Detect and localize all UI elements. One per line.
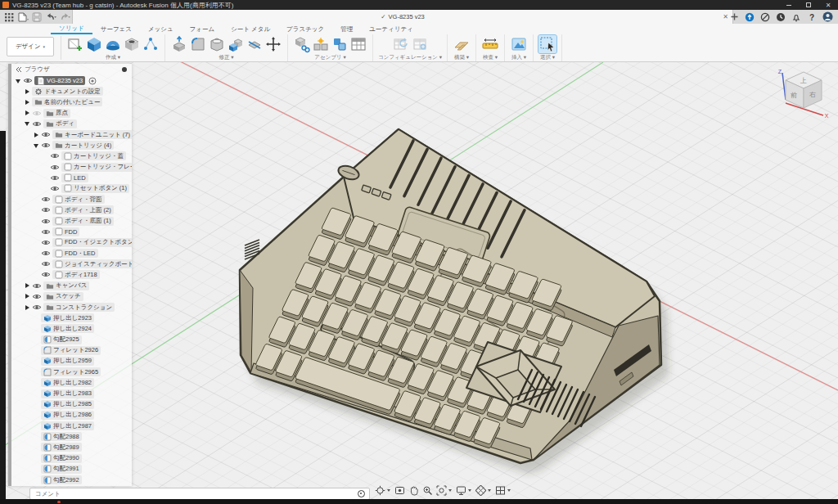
- tree-item[interactable]: ボディ1718: [11, 269, 132, 280]
- visibility-eye-icon[interactable]: [23, 77, 33, 84]
- collapse-caret-icon[interactable]: [33, 142, 39, 149]
- tree-item-label[interactable]: 押し出し2987: [41, 421, 94, 430]
- document-tab[interactable]: ✓ VG-8235 v23 ✕: [72, 10, 733, 24]
- tree-item-label[interactable]: 勾配2990: [41, 454, 82, 463]
- visibility-eye-icon[interactable]: [32, 110, 42, 117]
- ribbon-tab-ソリッド[interactable]: ソリッド: [51, 24, 92, 34]
- tree-item-label[interactable]: リセットボタン (1): [61, 184, 129, 193]
- tree-item[interactable]: 押し出し2983: [11, 388, 132, 398]
- collapse-caret-icon[interactable]: [15, 78, 21, 84]
- tree-item[interactable]: キャンバス: [11, 281, 132, 291]
- new-component-button[interactable]: [293, 35, 311, 53]
- tree-item-label[interactable]: 勾配2925: [41, 335, 82, 344]
- tree-item-label[interactable]: フィレット2926: [41, 346, 101, 355]
- tree-item-label[interactable]: 勾配2992: [41, 475, 82, 484]
- tree-item-label[interactable]: 勾配2989: [41, 443, 82, 452]
- visibility-eye-icon[interactable]: [32, 120, 42, 128]
- tree-item[interactable]: ジョイスティックポート: [11, 259, 132, 269]
- notification-bell-icon[interactable]: [791, 12, 801, 22]
- tree-item-label[interactable]: カートリッジ・フレーム: [61, 163, 132, 172]
- ribbon-tab-プラスチック[interactable]: プラスチック: [278, 24, 332, 34]
- ribbon-tab-シート メタル[interactable]: シート メタル: [223, 24, 278, 34]
- tree-item[interactable]: 勾配2993: [11, 485, 132, 486]
- tree-item[interactable]: スケッチ: [11, 291, 132, 302]
- visibility-eye-icon[interactable]: [41, 206, 51, 214]
- tree-item[interactable]: キーボードユニット (7): [11, 129, 132, 140]
- tree-item[interactable]: FDD: [11, 227, 132, 237]
- ribbon-tab-サーフェス[interactable]: サーフェス: [92, 24, 140, 34]
- comment-target-icon[interactable]: [358, 490, 365, 497]
- tree-item[interactable]: 原点: [11, 108, 132, 119]
- group-label[interactable]: 選択 ▾: [540, 54, 555, 61]
- viewports-button[interactable]: [495, 485, 511, 496]
- tree-item-label[interactable]: ボディ・背面: [52, 195, 105, 204]
- tree-item-label[interactable]: 押し出し2985: [41, 400, 94, 409]
- tree-item[interactable]: LED: [11, 173, 132, 183]
- construct-plane-button[interactable]: [453, 35, 471, 53]
- tree-item[interactable]: FDD・LED: [11, 248, 132, 259]
- split-button[interactable]: [246, 35, 264, 53]
- tree-item-label[interactable]: 押し出し2924: [41, 324, 94, 333]
- tree-item[interactable]: リセットボタン (1): [11, 183, 132, 194]
- tree-item[interactable]: 勾配2990: [11, 453, 132, 464]
- profile-avatar-icon[interactable]: [822, 11, 833, 22]
- tree-item[interactable]: 勾配2992: [11, 475, 132, 485]
- config-table-button[interactable]: [392, 35, 410, 53]
- tree-item[interactable]: 押し出し2982: [11, 377, 132, 388]
- undo-icon[interactable]: [45, 11, 56, 23]
- tree-item-label[interactable]: ボディ・底面 (1): [52, 217, 114, 226]
- ribbon-tab-メッシュ[interactable]: メッシュ: [140, 24, 182, 34]
- document-tab-close-icon[interactable]: ✕: [723, 10, 728, 24]
- tree-item-label[interactable]: ボディ: [43, 119, 77, 128]
- tree-item-label[interactable]: 名前の付いたビュー: [32, 97, 102, 106]
- tree-item-label[interactable]: スケッチ: [43, 292, 83, 301]
- visibility-eye-icon[interactable]: [41, 239, 51, 246]
- look-at-button[interactable]: [394, 485, 405, 496]
- joint-button[interactable]: [312, 35, 330, 53]
- tree-item[interactable]: 押し出し2985: [11, 399, 132, 410]
- view-cube[interactable]: 上 前 右 Z X: [774, 67, 833, 121]
- visibility-eye-icon[interactable]: [50, 174, 60, 182]
- move-button[interactable]: [264, 35, 282, 53]
- tree-item[interactable]: 勾配2988: [11, 431, 132, 442]
- tree-item[interactable]: 押し出し2987: [11, 421, 132, 431]
- new-tab-plus-icon[interactable]: [730, 12, 739, 21]
- tree-item-label[interactable]: 勾配2988: [41, 432, 82, 441]
- shell-button[interactable]: [208, 35, 226, 53]
- panel-options-icon[interactable]: [121, 66, 128, 73]
- tree-item-label[interactable]: 勾配2991: [41, 465, 82, 474]
- group-label[interactable]: 作成 ▾: [106, 54, 120, 61]
- tree-item-label[interactable]: LED: [61, 173, 88, 182]
- group-label[interactable]: 検査 ▾: [483, 54, 498, 61]
- fillet-button[interactable]: [189, 35, 207, 53]
- tree-item[interactable]: 押し出し2959: [11, 356, 132, 367]
- tree-item[interactable]: カートリッジ・蓋: [11, 151, 132, 161]
- visibility-eye-icon[interactable]: [41, 271, 51, 278]
- job-status-icon[interactable]: [745, 12, 755, 22]
- expand-caret-icon[interactable]: [24, 88, 30, 95]
- expand-caret-icon[interactable]: [24, 304, 30, 311]
- zoom-button[interactable]: [422, 485, 433, 496]
- collapse-panel-icon[interactable]: [16, 66, 22, 73]
- ribbon-tab-ユーティリティ[interactable]: ユーティリティ: [361, 24, 421, 34]
- tree-item-label[interactable]: ボディ・上面 (2): [52, 205, 114, 214]
- visibility-eye-icon[interactable]: [41, 131, 51, 138]
- status-ring-icon[interactable]: [760, 12, 770, 22]
- tree-item[interactable]: ボディ: [11, 119, 132, 129]
- measure-button[interactable]: [481, 35, 499, 53]
- grid-settings-button[interactable]: [475, 485, 492, 496]
- tree-item[interactable]: ボディ・底面 (1): [11, 215, 132, 226]
- expand-caret-icon[interactable]: [24, 293, 30, 299]
- pan-button[interactable]: [408, 485, 419, 496]
- expand-caret-icon[interactable]: [24, 110, 30, 116]
- tree-item[interactable]: 名前の付いたビュー: [11, 97, 132, 107]
- display-settings-button[interactable]: [456, 485, 472, 496]
- tree-item-label[interactable]: カートリッジ・蓋: [61, 151, 126, 160]
- tree-item[interactable]: 押し出し2986: [11, 410, 132, 421]
- comment-bar[interactable]: [29, 488, 370, 500]
- select-button[interactable]: [538, 35, 556, 53]
- tree-item[interactable]: ドキュメントの設定: [11, 86, 132, 97]
- tree-item-label[interactable]: FDD・LED: [52, 249, 98, 258]
- extrude-button[interactable]: [85, 35, 103, 53]
- tree-item-label[interactable]: ボディ1718: [52, 270, 100, 279]
